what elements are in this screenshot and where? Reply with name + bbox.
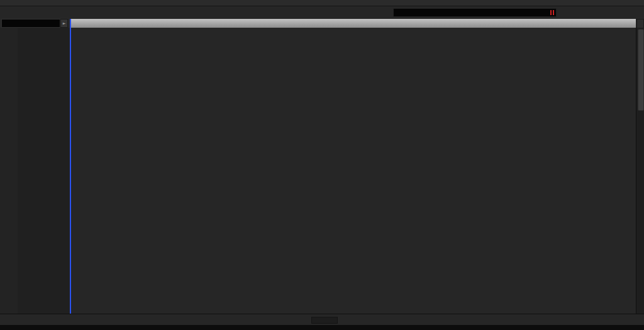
vertical-scrollbar[interactable]	[636, 28, 644, 314]
bottom-strip	[0, 325, 644, 330]
timecode-menu-arrow-icon[interactable]: ►	[60, 19, 68, 28]
meter-red-led	[550, 10, 552, 15]
playhead-ruler-marker[interactable]	[70, 19, 71, 28]
scrollbar-thumb[interactable]	[638, 29, 644, 111]
track-lanes	[70, 28, 636, 314]
tool-palette	[0, 28, 18, 314]
close-button[interactable]	[638, 1, 643, 5]
timeline-window: ►	[0, 0, 644, 330]
maximize-button[interactable]	[632, 1, 637, 5]
master-timecode-display[interactable]	[1, 19, 60, 28]
timeline-toolbar	[0, 6, 644, 18]
playhead[interactable]	[70, 28, 71, 314]
meter-red-led	[553, 10, 554, 15]
title-bar[interactable]	[0, 0, 644, 6]
bottom-toolbar	[0, 314, 644, 326]
timecode-ruler[interactable]	[70, 19, 636, 28]
timeline-search-input[interactable]	[311, 317, 338, 324]
track-header-panel	[18, 28, 69, 314]
minimize-button[interactable]	[626, 1, 631, 5]
timeline-body	[0, 28, 644, 314]
audio-meter	[393, 8, 557, 17]
ruler-bar: ►	[0, 18, 644, 28]
